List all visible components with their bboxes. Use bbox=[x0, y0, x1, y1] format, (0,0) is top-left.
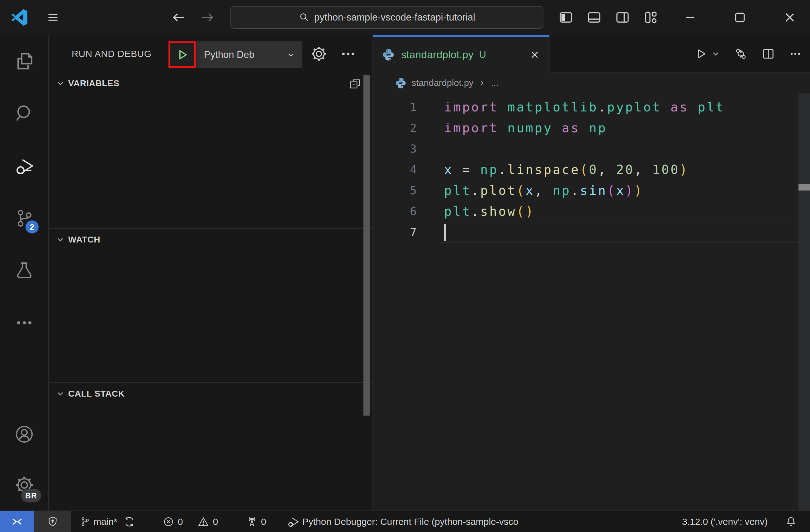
toggle-primary-sidebar-icon[interactable] bbox=[558, 10, 573, 25]
sidebar-title: RUN AND DEBUG bbox=[71, 35, 152, 72]
source-control-badge: 2 bbox=[26, 220, 38, 233]
call-stack-section-header[interactable]: CALL STACK bbox=[49, 383, 372, 405]
explorer-icon[interactable] bbox=[14, 51, 34, 71]
debug-config-text: Python Debugger: Current File (python-sa… bbox=[302, 516, 519, 527]
section-label: WATCH bbox=[68, 235, 100, 245]
chevron-down-icon bbox=[56, 389, 65, 398]
workspace-trust-button[interactable] bbox=[34, 511, 71, 532]
activity-bar: 2 BR bbox=[0, 35, 49, 511]
more-views-icon[interactable] bbox=[14, 313, 34, 333]
line-number: 4 bbox=[373, 163, 417, 176]
customize-layout-icon[interactable] bbox=[643, 10, 658, 25]
close-button[interactable] bbox=[782, 10, 797, 25]
line-number: 2 bbox=[373, 121, 417, 134]
remote-icon bbox=[11, 515, 23, 528]
line-number: 7 bbox=[373, 226, 417, 238]
editor-more-actions-icon[interactable] bbox=[789, 47, 802, 61]
chevron-down-icon bbox=[56, 235, 65, 244]
toggle-panel-icon[interactable] bbox=[587, 10, 602, 25]
error-count: 0 bbox=[178, 516, 183, 527]
back-button[interactable] bbox=[171, 9, 187, 26]
text-cursor bbox=[444, 224, 446, 241]
chevron-down-icon bbox=[56, 79, 65, 88]
code-line[interactable]: 6plt.show() bbox=[373, 201, 810, 222]
code-area: 1import matplotlib.pyplot as plt2import … bbox=[373, 94, 810, 243]
editor-group: standardplot.py U bbox=[372, 35, 810, 511]
breadcrumb-symbol: ... bbox=[491, 78, 498, 88]
shield-icon bbox=[47, 516, 59, 528]
python-version: 3.12.0 ('.venv': venv) bbox=[682, 516, 768, 527]
ports-status-item[interactable]: 0 bbox=[246, 516, 266, 528]
remote-indicator[interactable] bbox=[0, 511, 34, 532]
line-content: import numpy as np bbox=[444, 121, 607, 135]
warning-count: 0 bbox=[213, 516, 218, 527]
code-lines: 1import matplotlib.pyplot as plt2import … bbox=[373, 97, 810, 243]
warning-icon bbox=[198, 516, 209, 527]
status-bar: main* 0 0 0 Python Debugger: Current Fil… bbox=[0, 511, 810, 532]
run-and-debug-icon[interactable] bbox=[14, 156, 34, 176]
command-center-search[interactable]: python-sample-vscode-fastapi-tutorial bbox=[230, 6, 544, 29]
branch-status-item[interactable]: main* bbox=[80, 516, 135, 527]
profile-badge[interactable]: BR bbox=[21, 489, 41, 502]
run-dropdown-chevron-icon[interactable] bbox=[711, 49, 720, 59]
maximize-button[interactable] bbox=[732, 10, 747, 25]
start-debugging-button-highlighted[interactable] bbox=[168, 41, 196, 68]
line-content: plt.plot(x, np.sin(x)) bbox=[444, 183, 643, 198]
variables-section-body bbox=[49, 94, 372, 228]
debug-start-icon bbox=[180, 51, 186, 59]
debug-settings-gear-icon[interactable] bbox=[310, 46, 327, 62]
code-line[interactable]: 3 bbox=[373, 138, 810, 159]
tab-standardplot[interactable]: standardplot.py U bbox=[373, 35, 550, 72]
vscode-logo-icon bbox=[11, 9, 28, 26]
notifications-bell[interactable] bbox=[785, 516, 797, 528]
line-number: 3 bbox=[373, 142, 417, 155]
run-python-file-icon[interactable] bbox=[695, 48, 707, 60]
search-value: python-sample-vscode-fastapi-tutorial bbox=[314, 12, 475, 23]
tab-label: standardplot.py bbox=[401, 49, 474, 61]
breadcrumb[interactable]: standardplot.py ... bbox=[373, 72, 810, 94]
collapse-all-icon[interactable] bbox=[349, 78, 361, 90]
editor-actions bbox=[695, 35, 802, 72]
forward-button[interactable] bbox=[199, 9, 215, 26]
toggle-secondary-sidebar-icon[interactable] bbox=[615, 10, 630, 25]
debug-config-status-item[interactable]: Python Debugger: Current File (python-sa… bbox=[287, 515, 519, 528]
chevron-right-icon bbox=[478, 79, 486, 87]
tab-close-icon[interactable] bbox=[529, 49, 540, 61]
line-number: 5 bbox=[373, 184, 417, 197]
minimize-button[interactable] bbox=[683, 10, 698, 25]
split-editor-icon[interactable] bbox=[761, 47, 775, 61]
debug-toolbar: RUN AND DEBUG Python Deb bbox=[49, 35, 372, 72]
error-icon bbox=[163, 516, 174, 527]
branch-name: main* bbox=[94, 516, 117, 527]
sync-icon bbox=[124, 516, 135, 527]
variables-section-header[interactable]: VARIABLES bbox=[49, 72, 372, 94]
testing-icon[interactable] bbox=[14, 261, 34, 281]
code-line[interactable]: 1import matplotlib.pyplot as plt bbox=[373, 97, 810, 117]
search-icon bbox=[299, 12, 309, 23]
problems-status-item[interactable]: 0 0 bbox=[163, 516, 218, 527]
line-content: x = np.linspace(0, 20, 100) bbox=[444, 163, 688, 177]
line-number: 1 bbox=[373, 101, 417, 113]
call-stack-section-body bbox=[49, 405, 372, 511]
titlebar: python-sample-vscode-fastapi-tutorial bbox=[0, 0, 810, 35]
code-line[interactable]: 2import numpy as np bbox=[373, 117, 810, 138]
tab-modified-badge: U bbox=[479, 49, 486, 61]
views-more-actions-icon[interactable] bbox=[340, 46, 357, 62]
editor-overview-ruler bbox=[798, 94, 810, 511]
python-icon bbox=[382, 48, 395, 61]
python-interpreter-item[interactable]: 3.12.0 ('.venv': venv) bbox=[682, 516, 768, 527]
sidebar-scrollbar[interactable] bbox=[363, 75, 370, 416]
section-label: CALL STACK bbox=[68, 389, 125, 399]
watch-section-header[interactable]: WATCH bbox=[49, 229, 372, 251]
search-icon[interactable] bbox=[14, 104, 34, 123]
current-line-highlight bbox=[440, 222, 798, 243]
bell-icon bbox=[785, 516, 797, 528]
menu-icon[interactable] bbox=[46, 10, 61, 25]
open-changes-icon[interactable] bbox=[734, 47, 748, 61]
debug-icon bbox=[287, 515, 299, 528]
code-line[interactable]: 4x = np.linspace(0, 20, 100) bbox=[373, 159, 810, 180]
code-line[interactable]: 5plt.plot(x, np.sin(x)) bbox=[373, 180, 810, 201]
editor-scrollbar-slider[interactable] bbox=[798, 184, 810, 190]
debug-config-dropdown[interactable]: Python Deb bbox=[196, 41, 302, 68]
account-icon[interactable] bbox=[14, 424, 34, 444]
